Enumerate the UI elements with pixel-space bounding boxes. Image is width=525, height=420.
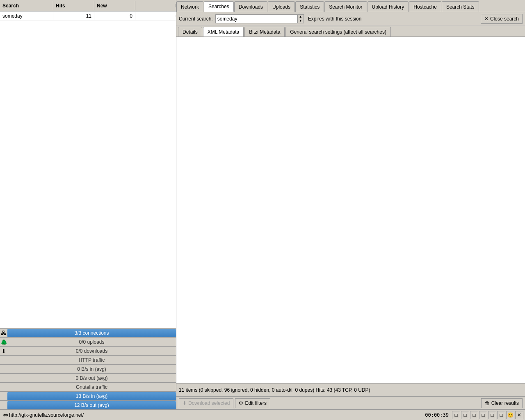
filter-icon: ⚙ bbox=[239, 400, 243, 406]
main-tab-bar: Network Searches Downloads Uploads Stati… bbox=[176, 0, 525, 12]
tab-search-monitor[interactable]: Search Monitor bbox=[324, 1, 367, 12]
status-row-connections: 🖧 3/3 connections bbox=[0, 328, 176, 337]
sys-icon-1[interactable]: □ bbox=[452, 411, 460, 419]
bottom-status-bar: 11 items (0 skipped, 96 ignored, 0 hidde… bbox=[176, 383, 525, 396]
sys-icon-smiley[interactable]: 😊 bbox=[506, 411, 514, 419]
cell-hits: 11 bbox=[53, 12, 94, 20]
sub-tab-xml-metadata[interactable]: XML Metadata bbox=[203, 27, 244, 37]
sub-tab-bitzi-metadata[interactable]: Bitzi Metadata bbox=[244, 27, 285, 37]
uploads-icon: 🌲 bbox=[0, 338, 7, 347]
cell-new: 0 bbox=[94, 12, 135, 20]
left-table-body: someday 11 0 bbox=[0, 11, 176, 328]
tab-uploads[interactable]: Uploads bbox=[268, 1, 295, 12]
status-row-gnutella-in: 13 B/s in (avg) bbox=[0, 391, 176, 400]
status-bars: 🖧 3/3 connections 🌲 0/0 uploads ⬇ 0/0 do… bbox=[0, 328, 176, 409]
sub-tab-bar: Details XML Metadata Bitzi Metadata Gene… bbox=[176, 25, 525, 37]
bottom-actions-bar: ⬇ Download selected ⚙ Edit filters 🗑 Cle… bbox=[176, 396, 525, 409]
main-content-area bbox=[176, 37, 525, 383]
status-row-http-label: HTTP traffic bbox=[0, 355, 176, 364]
very-bottom-bar: ⇔ http://gtk-gnutella.sourceforge.net/ 0… bbox=[0, 409, 525, 420]
search-input-wrap: ▲ ▼ bbox=[215, 14, 304, 23]
downloads-icon: ⬇ bbox=[0, 347, 7, 356]
connections-bar: 3/3 connections bbox=[7, 329, 176, 337]
download-icon: ⬇ bbox=[183, 400, 187, 406]
left-panel: Search Hits New someday 11 0 🖧 3/3 conne… bbox=[0, 0, 176, 409]
tab-hostcache[interactable]: Hostcache bbox=[409, 1, 441, 12]
col-header-new: New bbox=[94, 1, 135, 10]
clear-icon: 🗑 bbox=[485, 400, 490, 406]
col-header-hits: Hits bbox=[53, 1, 94, 10]
download-selected-button[interactable]: ⬇ Download selected bbox=[179, 398, 233, 408]
arrow-up-icon[interactable]: ▲ bbox=[298, 15, 304, 19]
sys-icon-2[interactable]: □ bbox=[461, 411, 469, 419]
search-arrows[interactable]: ▲ ▼ bbox=[297, 14, 304, 23]
http-label-bar: HTTP traffic bbox=[7, 356, 176, 364]
tab-search-stats[interactable]: Search Stats bbox=[442, 1, 479, 12]
sub-tab-general-settings[interactable]: General search settings (affect all sear… bbox=[285, 27, 391, 37]
connections-icon: 🖧 bbox=[0, 329, 7, 338]
expires-text: Expires with this session bbox=[304, 16, 481, 22]
network-status-icon: ⇔ bbox=[2, 411, 9, 420]
gnutella-out-bar: 12 B/s out (avg) bbox=[7, 401, 176, 409]
status-row-uploads: 🌲 0/0 uploads bbox=[0, 337, 176, 346]
system-icons: □ □ □ □ □ □ 😊 ✕ bbox=[452, 411, 523, 419]
status-row-gnutella-out: 12 B/s out (avg) bbox=[0, 400, 176, 409]
status-row-http-out: 0 B/s out (avg) bbox=[0, 373, 176, 382]
tab-upload-history[interactable]: Upload History bbox=[368, 1, 409, 12]
close-x-icon: ✕ bbox=[484, 16, 488, 22]
sub-tab-details[interactable]: Details bbox=[178, 27, 202, 37]
col-header-rest bbox=[135, 4, 176, 7]
clear-results-button[interactable]: 🗑 Clear results bbox=[481, 398, 523, 408]
arrow-down-icon[interactable]: ▼ bbox=[298, 19, 304, 23]
right-panel: Network Searches Downloads Uploads Stati… bbox=[176, 0, 525, 409]
uploads-bar: 0/0 uploads bbox=[7, 338, 176, 346]
timer-text: 00:00:39 bbox=[425, 412, 449, 418]
result-status-text: 11 items (0 skipped, 96 ignored, 0 hidde… bbox=[179, 387, 523, 393]
edit-filters-button[interactable]: ⚙ Edit filters bbox=[235, 398, 270, 408]
gnutella-label-bar: Gnutella traffic bbox=[7, 383, 176, 391]
http-in-bar: 0 B/s in (avg) bbox=[7, 365, 176, 373]
tab-searches[interactable]: Searches bbox=[204, 1, 234, 12]
sys-icon-close[interactable]: ✕ bbox=[515, 411, 523, 419]
sys-icon-6[interactable]: □ bbox=[497, 411, 505, 419]
gnutella-in-bar: 13 B/s in (avg) bbox=[7, 392, 176, 400]
sys-icon-5[interactable]: □ bbox=[488, 411, 496, 419]
current-search-label: Current search: bbox=[179, 16, 213, 22]
url-text: http://gtk-gnutella.sourceforge.net/ bbox=[9, 412, 425, 418]
search-input[interactable] bbox=[215, 14, 297, 23]
status-row-downloads: ⬇ 0/0 downloads bbox=[0, 346, 176, 355]
sys-icon-3[interactable]: □ bbox=[470, 411, 478, 419]
cell-rest bbox=[135, 15, 176, 17]
left-table-header: Search Hits New bbox=[0, 0, 176, 11]
status-row-http-in: 0 B/s in (avg) bbox=[0, 364, 176, 373]
cell-search: someday bbox=[0, 12, 53, 20]
http-out-bar: 0 B/s out (avg) bbox=[7, 374, 176, 382]
col-header-search: Search bbox=[0, 1, 53, 10]
tab-downloads[interactable]: Downloads bbox=[234, 1, 267, 12]
tab-network[interactable]: Network bbox=[176, 1, 203, 12]
close-search-button[interactable]: ✕ Close search bbox=[481, 14, 523, 24]
tab-statistics[interactable]: Statistics bbox=[295, 1, 324, 12]
status-row-gnutella-label: Gnutella traffic bbox=[0, 382, 176, 391]
search-bar: Current search: ▲ ▼ Expires with this se… bbox=[176, 12, 525, 25]
sys-icon-4[interactable]: □ bbox=[479, 411, 487, 419]
table-row[interactable]: someday 11 0 bbox=[0, 11, 176, 21]
downloads-bar: 0/0 downloads bbox=[7, 347, 176, 355]
